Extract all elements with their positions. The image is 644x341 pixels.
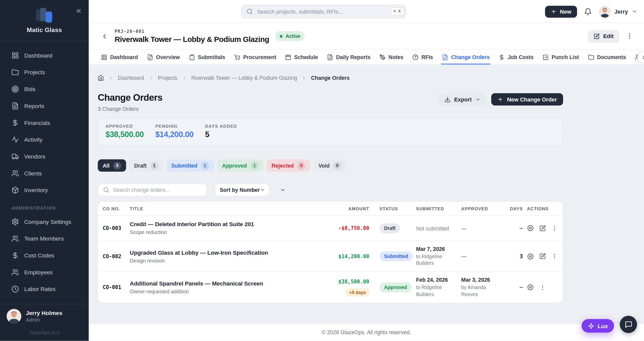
table-row[interactable]: CO-002 Upgraded Glass at Lobby — Low-Iro…: [98, 241, 563, 272]
sidebar-item-employees[interactable]: Employees: [0, 264, 89, 280]
view-icon[interactable]: [527, 284, 534, 291]
tab-schedule[interactable]: Schedule: [281, 50, 323, 65]
sidebar-item-label: Vendors: [24, 153, 45, 160]
row-more-icon[interactable]: [539, 284, 546, 291]
tab-job-costs[interactable]: Job Costs: [494, 50, 538, 65]
export-button[interactable]: Export: [439, 93, 486, 106]
tab-notes[interactable]: Notes: [375, 50, 408, 65]
tab-daily-reports[interactable]: Daily Reports: [322, 50, 375, 65]
bell-icon[interactable]: [584, 8, 592, 15]
topbar: ⌘ K New Jerry: [89, 0, 644, 23]
stat-days-added: DAYS ADDED 5: [205, 124, 237, 141]
activity-icon: [12, 136, 19, 143]
brand-name: Matic Glass: [27, 26, 62, 33]
sidebar-item-inventory[interactable]: Inventory: [0, 181, 89, 198]
status-badge: Active: [275, 31, 305, 41]
tab-procurement[interactable]: Procurement: [230, 50, 281, 65]
edit-button[interactable]: Edit: [587, 30, 619, 42]
filter-all[interactable]: All3: [98, 159, 126, 172]
dollar-icon: [499, 54, 505, 60]
global-search[interactable]: ⌘ K: [241, 5, 406, 18]
table-header: CO NO. TITLE AMOUNT STATUS SUBMITTED APP…: [98, 202, 563, 216]
sidebar-item-vendors[interactable]: Vendors: [0, 148, 89, 165]
sidebar-item-activity[interactable]: Activity: [0, 131, 89, 148]
tab-punch-list[interactable]: Punch List: [538, 50, 583, 65]
status-pill: Approved: [379, 282, 411, 292]
sidebar-user[interactable]: Jerry Holmes Admin: [0, 304, 89, 327]
app-version: GlazeOps v1.0: [0, 327, 89, 341]
sidebar-item-financials[interactable]: Financials: [0, 114, 89, 131]
chat-button[interactable]: [620, 316, 637, 333]
tab-rfis[interactable]: RFIs: [408, 50, 437, 65]
folder-icon: [12, 68, 19, 76]
page-subtitle: 3 Change Orders: [98, 106, 162, 112]
sidebar-header: Matic Glass: [0, 0, 89, 41]
new-change-order-button[interactable]: New Change Order: [492, 93, 563, 106]
co-amount: $14,200.00: [324, 253, 369, 259]
change-orders-search[interactable]: [98, 183, 207, 196]
sidebar-item-company-settings[interactable]: Company Settings: [0, 213, 89, 230]
stat-approved: APPROVED $38,500.00: [106, 124, 144, 141]
table-row[interactable]: CO-003 Credit — Deleted Interior Partiti…: [98, 216, 563, 241]
filter-rejected[interactable]: Rejected0: [267, 159, 310, 172]
sidebar-item-label: Company Settings: [24, 218, 71, 225]
more-actions-icon[interactable]: [626, 33, 633, 40]
back-button[interactable]: [101, 33, 108, 40]
view-icon[interactable]: [527, 253, 534, 260]
breadcrumb-item-current: Change Orders: [311, 75, 350, 81]
sidebar-item-team-members[interactable]: Team Members: [0, 230, 89, 247]
filter-submitted[interactable]: Submitted1: [166, 159, 214, 172]
sidebar-item-dashboard[interactable]: Dashboard: [0, 47, 89, 64]
sidebar-item-clients[interactable]: Clients: [0, 165, 89, 181]
clipboard-icon: [189, 54, 195, 60]
folder-icon: [588, 54, 594, 60]
stat-days-added-value: 5: [205, 130, 237, 139]
chevron-right-icon: [182, 75, 187, 81]
topbar-actions: New Jerry: [545, 0, 637, 23]
sort-dropdown[interactable]: Sort by Number: [215, 183, 269, 196]
user-menu[interactable]: Jerry: [599, 6, 637, 17]
sidebar-item-label: Financials: [24, 119, 50, 126]
sidebar-item-reports[interactable]: Reports: [0, 97, 89, 114]
tab-dashboard[interactable]: Dashboard: [96, 50, 142, 65]
tab-change-orders[interactable]: Change Orders: [437, 50, 494, 65]
breadcrumb-item[interactable]: Projects: [158, 75, 177, 81]
tab-overview[interactable]: Overview: [142, 50, 184, 65]
sidebar-item-projects[interactable]: Projects: [0, 64, 89, 81]
sidebar-section-label: ADMINISTRATION: [12, 205, 89, 210]
sidebar-item-bids[interactable]: Bids: [0, 81, 89, 97]
filter-draft[interactable]: Draft1: [129, 159, 163, 172]
sidebar-collapse-button[interactable]: [75, 7, 82, 16]
avatar: [7, 309, 21, 324]
sidebar-item-label: Inventory: [24, 187, 48, 193]
filter-void[interactable]: Void0: [314, 159, 346, 172]
expand-filters-button[interactable]: [277, 183, 288, 196]
table-row[interactable]: CO-001 Additional Spandrel Panels — Mech…: [98, 272, 563, 303]
view-icon[interactable]: [527, 225, 534, 232]
edit-icon[interactable]: [539, 253, 546, 259]
new-button[interactable]: New: [545, 6, 577, 17]
co-title: Credit — Deleted Interior Partition at S…: [130, 221, 324, 227]
home-icon[interactable]: [98, 75, 104, 81]
co-subtitle: Design revision: [130, 258, 324, 264]
tab-submittals[interactable]: Submittals: [184, 50, 230, 65]
change-orders-search-input[interactable]: [113, 187, 201, 193]
lux-button[interactable]: Lux: [582, 319, 614, 333]
sidebar-item-labor-rates[interactable]: Labor Rates: [0, 280, 89, 297]
co-amount: -$8,750.00: [324, 225, 369, 231]
sidebar-item-cost-codes[interactable]: Cost Codes: [0, 247, 89, 264]
edit-icon[interactable]: [539, 225, 546, 231]
global-search-input[interactable]: [257, 8, 386, 14]
breadcrumb-item[interactable]: Riverwalk Tower — Lobby & Podium Glazing: [191, 75, 297, 81]
co-number: CO-003: [103, 225, 130, 231]
breadcrumb-item[interactable]: Dashboard: [118, 75, 144, 81]
tab-documents[interactable]: Documents: [583, 50, 631, 65]
filter-approved[interactable]: Approved1: [217, 159, 263, 172]
stat-pending-value: $14,200.00: [155, 130, 193, 139]
users-icon: [12, 235, 19, 242]
search-icon: [246, 8, 253, 15]
row-more-icon[interactable]: [551, 253, 558, 259]
user-name: Jerry Holmes: [26, 310, 62, 316]
calendar-icon: [285, 54, 291, 60]
row-more-icon[interactable]: [551, 225, 558, 231]
